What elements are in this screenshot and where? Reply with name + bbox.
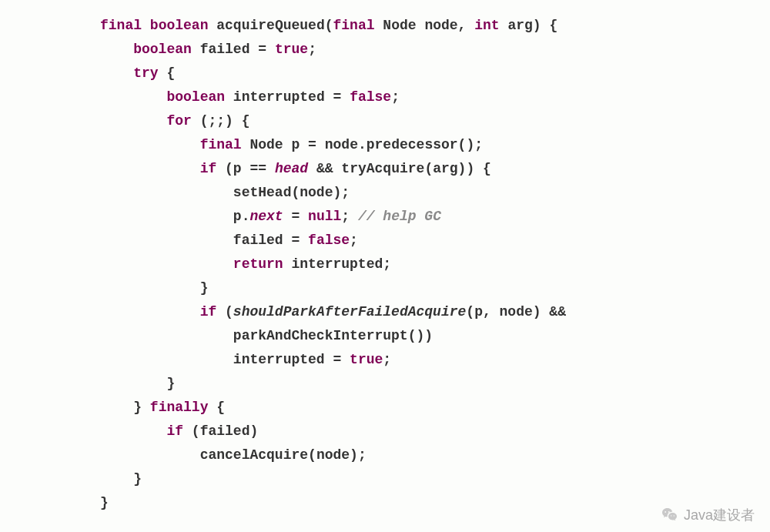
wechat-icon: [661, 506, 679, 524]
method-name: acquireQueued: [216, 18, 324, 33]
kw-boolean: boolean: [150, 18, 209, 33]
comment: // help GC: [358, 209, 441, 224]
code-block: final boolean acquireQueued(final Node n…: [0, 0, 770, 515]
kw-final: final: [100, 18, 142, 33]
watermark: Java建设者: [661, 506, 755, 524]
watermark-text: Java建设者: [684, 506, 755, 524]
